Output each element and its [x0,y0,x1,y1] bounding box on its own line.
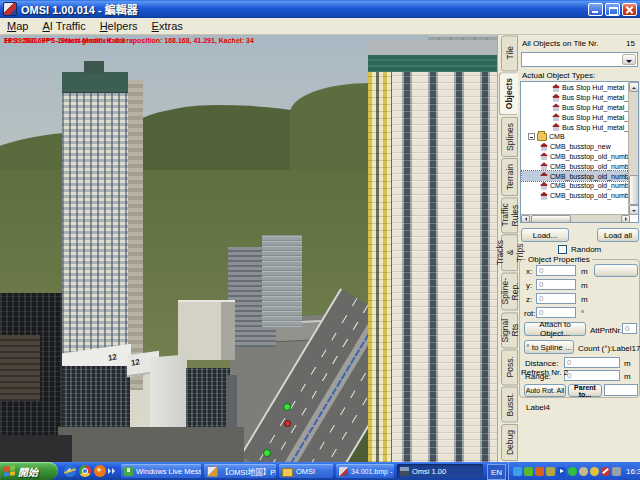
tree-item[interactable]: CMB_busstop_old_number_plate(bl [522,161,627,171]
to-spline-button[interactable]: ° to Spline ... [524,340,574,354]
messenger-tray-icon[interactable] [513,467,522,476]
web-page-icon [207,466,218,477]
parent-field[interactable] [604,384,638,396]
distance-field[interactable] [564,357,620,368]
taskbar-button-folder[interactable]: OMSI [279,464,333,478]
scrollbar-thumb[interactable] [531,215,571,223]
object-tree-list[interactable]: Bus Stop Hut_metal Bus Stop Hut_metal_4 … [520,81,639,223]
tab-spline-rep[interactable]: Spline-Rep. [501,272,518,310]
z-unit: m [581,295,588,304]
media-player-tray-icon[interactable] [557,467,566,476]
attach-to-object-button[interactable]: Attach to Object... [524,322,586,336]
vertical-scrollbar[interactable] [628,82,638,215]
object-filter-combobox[interactable] [521,52,638,67]
menu-extras[interactable]: Extras [145,19,190,33]
tab-tracks-trips[interactable]: Tracks & Trips [501,234,518,271]
tab-objects[interactable]: Objects [499,72,518,115]
taskbar-button-paint[interactable]: 34.001.bmp - 小畫家 [336,464,394,478]
messenger-icon [124,467,133,476]
scroll-left-icon[interactable] [521,215,530,223]
object-icon [552,84,560,92]
block-number-label: 12 [107,352,117,362]
network-tray-icon[interactable] [590,467,599,476]
menu-bar: Map AI Traffic Helpers Extras [0,18,640,35]
tab-traffic-rules[interactable]: Traffic Rules [501,197,518,233]
viewport-3d[interactable]: 12 12 16:39:58/160*** - Select Mode - Ka… [0,35,497,462]
horizontal-scrollbar[interactable] [521,214,630,222]
taskbar-button-browser[interactable]: 【OMSI地圖】Photo... [204,464,276,478]
z-field[interactable] [536,293,576,304]
volume-muted-icon[interactable] [601,467,610,476]
chrome-icon[interactable] [79,465,91,477]
quicklaunch-overflow-icon[interactable] [108,468,116,476]
tab-busst[interactable]: Busst. [501,386,518,422]
unnamed-button[interactable] [594,264,638,277]
usb-eject-icon[interactable] [612,467,621,476]
language-indicator[interactable]: EN [487,464,506,480]
taskbar-button-omsi[interactable]: Omsi 1.00 [397,464,483,478]
tab-debug[interactable]: Debug [501,424,518,461]
menu-helpers[interactable]: Helpers [93,19,145,33]
tree-item[interactable]: CMB_busstop_old_number_plate(ye [522,191,627,201]
tab-terrain[interactable]: Terrain [501,158,518,196]
updater-tray-icon[interactable] [524,467,533,476]
tree-item[interactable]: CMB_busstop_new [522,142,627,152]
attpntnr-field[interactable] [622,323,637,334]
tree-item[interactable]: Bus Stop Hut_metal_middle [522,112,627,122]
range-field[interactable] [564,370,620,381]
close-button[interactable] [622,3,637,16]
tab-poss[interactable]: Poss. [501,349,518,385]
editor-selected-marker[interactable] [284,420,291,427]
parent-to-button[interactable]: Parent to... [568,384,602,397]
tree-item[interactable]: Bus Stop Hut_metal [522,83,627,93]
photo-tool-tray-icon[interactable] [535,467,544,476]
object-icon [540,152,548,160]
tree-folder[interactable]: CMB [522,132,627,142]
menu-ai-traffic[interactable]: AI Traffic [35,19,92,33]
taskbar-button-messenger[interactable]: Windows Live Messen... [121,464,201,478]
chevron-down-icon[interactable] [622,54,636,65]
scroll-down-icon[interactable] [629,205,639,215]
antivirus-tray-icon[interactable] [568,467,577,476]
tab-tile[interactable]: Tile [501,35,518,71]
window-title: OMSI 1.00.014 - 編輯器 [21,1,586,17]
y-unit: m [581,281,588,290]
scrollbar-thumb[interactable] [629,175,639,205]
tree-item[interactable]: Bus Stop Hut_metal_4 pillars [522,93,627,103]
random-label: Random [571,245,601,254]
start-button[interactable]: 開始 [0,462,58,480]
tree-item-selected[interactable]: CMB_busstop_old_number_plate(gr [522,171,627,181]
object-properties-group: Object Properties x: m y: m z: m rot: ° … [519,259,640,398]
tree-item[interactable]: CMB_busstop_old_number_plate [522,152,627,162]
firefox-icon[interactable] [94,465,106,477]
minimize-button[interactable] [588,3,603,16]
tab-signal-rts[interactable]: Signal Rts [501,312,518,348]
x-field[interactable] [536,265,576,276]
scheduler-tray-icon[interactable] [579,467,588,476]
load-all-button[interactable]: Load all [597,228,639,242]
x-unit: m [581,267,588,276]
tree-item[interactable]: Bus Stop Hut_metal_left [522,103,627,113]
tower-right-roofband [368,55,497,72]
building-brown-left [0,335,40,401]
scroll-up-icon[interactable] [629,82,639,92]
input-method-tray-icon[interactable] [546,467,555,476]
random-checkbox[interactable] [558,245,567,254]
load-button[interactable]: Load... [521,228,569,242]
tree-item[interactable]: CMB_busstop_old_number_plate(re [522,181,627,191]
tab-splines[interactable]: Splines [501,117,518,157]
z-label: z: [526,295,532,304]
auto-rot-all-button[interactable]: Auto Rot. All [524,384,566,397]
collapse-icon[interactable] [528,133,535,140]
maximize-button[interactable] [605,3,620,16]
omsi-editor-window: OMSI 1.00.014 - 編輯器 Map AI Traffic Helpe… [0,0,640,480]
object-icon [540,172,548,180]
editor-node-marker[interactable] [263,449,271,457]
group-title: Object Properties [526,255,592,264]
scroll-right-icon[interactable] [621,215,630,223]
rot-field[interactable] [536,307,576,318]
y-field[interactable] [536,279,576,290]
editor-node-marker[interactable] [283,403,291,411]
internet-explorer-icon[interactable] [64,465,76,477]
menu-map[interactable]: Map [0,19,35,33]
